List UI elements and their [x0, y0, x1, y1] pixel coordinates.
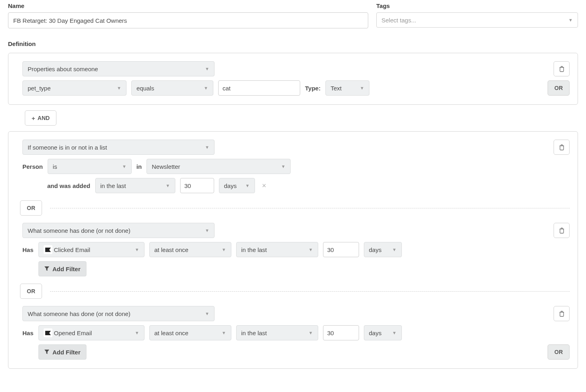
- event-value: Clicked Email: [54, 246, 131, 253]
- chevron-down-icon: ▼: [205, 228, 209, 233]
- person-label: Person: [22, 163, 43, 170]
- tags-label: Tags: [376, 2, 578, 9]
- is-value: is: [53, 163, 57, 170]
- plus-icon: +: [32, 115, 35, 122]
- trash-icon: [559, 144, 564, 150]
- event-value: Opened Email: [54, 330, 131, 336]
- event-select[interactable]: Clicked Email ▼: [38, 242, 144, 257]
- number-input[interactable]: [323, 325, 359, 340]
- chevron-down-icon: ▼: [360, 86, 364, 90]
- frequency-select[interactable]: at least once ▼: [149, 242, 231, 257]
- trash-icon: [559, 66, 564, 72]
- chevron-down-icon: ▼: [204, 86, 208, 90]
- add-filter-label: Add Filter: [52, 266, 80, 272]
- condition-type-select[interactable]: Properties about someone ▼: [22, 61, 215, 76]
- chevron-down-icon: ▼: [205, 311, 209, 316]
- divider-line: [50, 291, 570, 292]
- has-label: Has: [22, 246, 34, 253]
- delete-button[interactable]: [554, 140, 570, 155]
- filter-icon: [44, 350, 49, 354]
- unit-value: days: [369, 330, 382, 336]
- delete-button[interactable]: [554, 223, 570, 238]
- chevron-down-icon: ▼: [309, 247, 313, 252]
- in-label: in: [136, 163, 142, 170]
- type-value: Text: [331, 85, 342, 92]
- chevron-down-icon: ▼: [392, 247, 397, 252]
- condition-group-2: If someone is in or not in a list ▼ Pers…: [8, 131, 578, 369]
- unit-value: days: [224, 182, 237, 189]
- condition-type-value: What someone has done (or not done): [28, 227, 130, 234]
- timeframe-select[interactable]: in the last ▼: [95, 178, 175, 193]
- timeframe-value: in the last: [100, 182, 126, 189]
- list-select[interactable]: Newsletter ▼: [146, 159, 291, 174]
- frequency-value: at least once: [155, 330, 189, 336]
- chevron-down-icon: ▼: [245, 183, 250, 188]
- type-label: Type:: [305, 85, 321, 92]
- flag-icon: [44, 328, 52, 337]
- chevron-down-icon: ▼: [309, 330, 313, 335]
- condition-type-select[interactable]: What someone has done (or not done) ▼: [22, 306, 215, 321]
- condition-type-value: What someone has done (or not done): [28, 310, 130, 317]
- operator-select[interactable]: equals ▼: [131, 80, 213, 96]
- trash-icon: [559, 311, 564, 317]
- frequency-value: at least once: [155, 246, 189, 253]
- property-value: pet_type: [28, 85, 51, 92]
- is-select[interactable]: is ▼: [48, 159, 132, 174]
- chevron-down-icon: ▼: [281, 164, 285, 169]
- timeframe-value: in the last: [241, 246, 267, 253]
- chevron-down-icon: ▼: [222, 330, 226, 335]
- condition-type-value: If someone is in or not in a list: [28, 144, 107, 151]
- tags-placeholder: Select tags...: [381, 17, 416, 24]
- chevron-down-icon: ▼: [392, 330, 397, 335]
- chevron-down-icon: ▼: [568, 18, 573, 22]
- condition-group-1: Properties about someone ▼ pet_type ▼ eq…: [8, 53, 578, 105]
- chevron-down-icon: ▼: [122, 164, 126, 169]
- chevron-down-icon: ▼: [166, 183, 170, 188]
- condition-type-select[interactable]: What someone has done (or not done) ▼: [22, 223, 215, 238]
- has-label: Has: [22, 330, 34, 336]
- condition-type-select[interactable]: If someone is in or not in a list ▼: [22, 140, 215, 155]
- list-value: Newsletter: [152, 163, 180, 170]
- number-input[interactable]: [180, 178, 214, 193]
- tags-select[interactable]: Select tags... ▼: [376, 12, 578, 28]
- add-filter-label: Add Filter: [52, 349, 80, 356]
- delete-button[interactable]: [554, 61, 570, 76]
- unit-select[interactable]: days ▼: [219, 178, 255, 193]
- property-select[interactable]: pet_type ▼: [22, 80, 126, 96]
- or-divider-button[interactable]: OR: [20, 284, 42, 299]
- type-select[interactable]: Text ▼: [325, 80, 369, 96]
- timeframe-select[interactable]: in the last ▼: [236, 325, 318, 340]
- unit-select[interactable]: days ▼: [364, 325, 402, 340]
- timeframe-value: in the last: [241, 330, 267, 336]
- name-label: Name: [8, 2, 368, 9]
- name-input[interactable]: [8, 12, 368, 28]
- operator-value: equals: [136, 85, 154, 92]
- unit-select[interactable]: days ▼: [364, 242, 402, 257]
- definition-label: Definition: [8, 40, 578, 47]
- chevron-down-icon: ▼: [205, 66, 209, 71]
- event-select[interactable]: Opened Email ▼: [38, 325, 144, 340]
- add-filter-button[interactable]: Add Filter: [38, 261, 86, 276]
- condition-type-value: Properties about someone: [28, 66, 98, 72]
- value-input[interactable]: [218, 80, 300, 96]
- or-button[interactable]: OR: [548, 344, 570, 360]
- or-button[interactable]: OR: [548, 80, 570, 96]
- filter-icon: [44, 266, 49, 271]
- divider-line: [50, 208, 570, 208]
- and-button[interactable]: + AND: [25, 110, 56, 126]
- chevron-down-icon: ▼: [205, 145, 209, 150]
- and-label: AND: [38, 115, 50, 121]
- was-added-label: and was added: [47, 182, 90, 189]
- number-input[interactable]: [323, 242, 359, 257]
- delete-button[interactable]: [554, 306, 570, 321]
- flag-icon: [44, 245, 52, 254]
- trash-icon: [559, 228, 564, 234]
- timeframe-select[interactable]: in the last ▼: [236, 242, 318, 257]
- unit-value: days: [369, 246, 382, 253]
- remove-icon[interactable]: ×: [260, 182, 269, 190]
- add-filter-button[interactable]: Add Filter: [38, 344, 86, 360]
- chevron-down-icon: ▼: [135, 330, 139, 335]
- chevron-down-icon: ▼: [117, 86, 121, 90]
- frequency-select[interactable]: at least once ▼: [149, 325, 231, 340]
- or-divider-button[interactable]: OR: [20, 200, 42, 216]
